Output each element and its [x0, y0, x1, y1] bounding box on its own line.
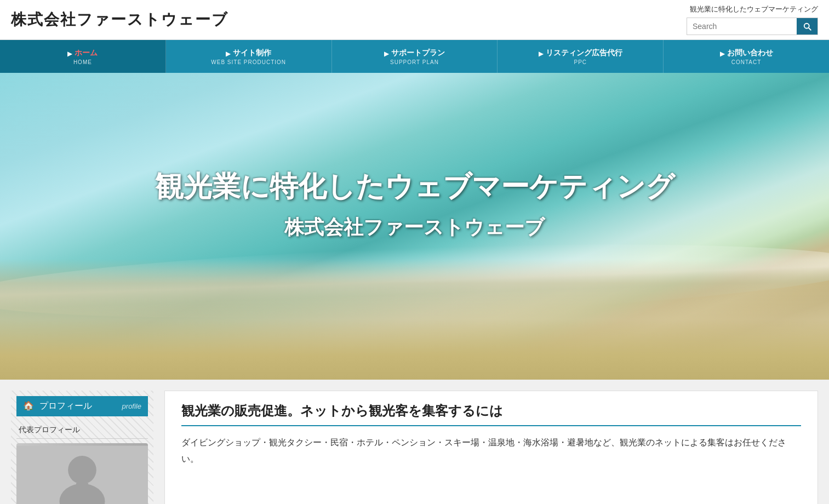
nav-jp-support: サポートプラン: [391, 48, 445, 58]
search-bar: [687, 18, 818, 35]
nav-en-production: WEB SITE PRODUCTION: [211, 59, 286, 65]
nav-jp-home: ホーム: [75, 48, 98, 58]
top-bar: 株式会社ファーストウェーブ 観光業に特化したウェブマーケティング: [0, 0, 829, 40]
nav-en-listing: PPC: [574, 59, 587, 65]
nav-item-contact[interactable]: ▶ お問い合わせ CONTACT: [664, 40, 829, 73]
search-input[interactable]: [687, 19, 797, 34]
sidebar-profile-image: [16, 443, 148, 504]
nav-icon-listing: ▶: [539, 50, 544, 58]
nav-label-home: ▶ ホーム: [67, 48, 98, 59]
nav-label-support: ▶ サポートプラン: [384, 48, 445, 59]
sidebar-tab-content: 🏠 プロフィール: [23, 400, 92, 412]
svg-rect-3: [76, 483, 88, 492]
nav-en-contact: CONTACT: [731, 59, 762, 65]
nav-icon-home: ▶: [67, 50, 72, 58]
home-icon: 🏠: [23, 401, 34, 410]
sidebar: 🏠 プロフィール profile 代表プロフィール: [11, 391, 153, 504]
nav-en-home: HOME: [73, 59, 92, 65]
main-content: 観光業の販売促進。ネットから観光客を集客するには ダイビングショップ・観光タクシ…: [164, 391, 818, 504]
nav-item-support[interactable]: ▶ サポートプラン SUPPORT PLAN: [332, 40, 498, 73]
nav-label-production: ▶ サイト制作: [226, 48, 271, 59]
sidebar-tab-label: プロフィール: [39, 401, 92, 410]
svg-point-1: [68, 456, 96, 484]
hero-text: 観光業に特化したウェブマーケティング 株式会社ファーストウェーブ: [155, 168, 674, 241]
nav-icon-production: ▶: [226, 50, 231, 58]
site-title: 株式会社ファーストウェーブ: [11, 9, 228, 30]
nav-jp-contact: お問い合わせ: [727, 48, 773, 58]
content-area: 🏠 プロフィール profile 代表プロフィール 観光業の販売促進。ネットから…: [0, 380, 829, 504]
hero-title: 観光業に特化したウェブマーケティング: [155, 168, 674, 206]
nav-label-listing: ▶ リスティング広告代行: [539, 48, 622, 59]
sidebar-tab[interactable]: 🏠 プロフィール profile: [16, 396, 148, 416]
nav-icon-support: ▶: [384, 50, 389, 58]
main-nav: ▶ ホーム HOME ▶ サイト制作 WEB SITE PRODUCTION ▶…: [0, 40, 829, 73]
top-right: 観光業に特化したウェブマーケティング: [687, 4, 818, 35]
nav-item-home[interactable]: ▶ ホーム HOME: [0, 40, 166, 73]
search-icon: [802, 21, 812, 31]
nav-en-support: SUPPORT PLAN: [390, 59, 439, 65]
nav-icon-contact: ▶: [720, 50, 725, 58]
sidebar-tab-en: profile: [122, 402, 141, 410]
hero-section: 観光業に特化したウェブマーケティング 株式会社ファーストウェーブ: [0, 73, 829, 380]
nav-item-listing[interactable]: ▶ リスティング広告代行 PPC: [498, 40, 664, 73]
hero-subtitle: 株式会社ファーストウェーブ: [155, 214, 674, 241]
sidebar-section-title: 代表プロフィール: [16, 422, 148, 439]
tagline-top: 観光業に特化したウェブマーケティング: [690, 4, 818, 14]
main-heading: 観光業の販売促進。ネットから観光客を集客するには: [181, 402, 801, 426]
nav-item-production[interactable]: ▶ サイト制作 WEB SITE PRODUCTION: [166, 40, 332, 73]
main-body: ダイビングショップ・観光タクシー・民宿・ホテル・ペンション・スキー場・温泉地・海…: [181, 434, 801, 468]
search-button[interactable]: [797, 18, 817, 35]
nav-jp-production: サイト制作: [233, 48, 271, 58]
nav-jp-listing: リスティング広告代行: [546, 48, 622, 58]
profile-silhouette: [16, 443, 148, 504]
nav-label-contact: ▶ お問い合わせ: [720, 48, 773, 59]
